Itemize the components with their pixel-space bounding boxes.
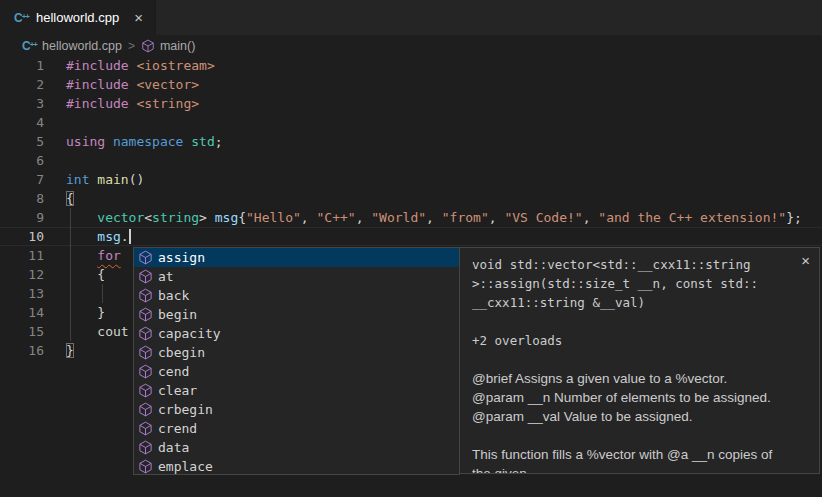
suggest-item-at[interactable]: at <box>134 267 459 286</box>
docs-description-line: @param __n Number of elements to be assi… <box>472 388 807 407</box>
suggest-item-cbegin[interactable]: cbegin <box>134 343 459 362</box>
suggest-item-cend[interactable]: cend <box>134 362 459 381</box>
line-number: 9 <box>0 208 44 227</box>
docs-description: @brief Assigns a given value to a %vecto… <box>472 369 807 474</box>
suggest-item-label: data <box>158 440 189 455</box>
line-number: 15 <box>0 322 44 341</box>
indent-guide <box>102 284 103 303</box>
docs-description-line: @param __val Value to be assigned. <box>472 407 807 426</box>
cpp-file-icon: C++ <box>22 39 37 53</box>
breadcrumb-symbol[interactable]: main() <box>141 39 195 53</box>
tab-close-icon[interactable]: × <box>134 10 143 25</box>
symbol-method-icon <box>138 250 153 265</box>
suggest-list[interactable]: assignatbackbegincapacitycbegincendclear… <box>133 247 460 475</box>
symbol-method-icon <box>138 459 153 474</box>
line-number: 7 <box>0 170 44 189</box>
code-line[interactable]: 1#include <iostream> <box>0 56 822 75</box>
code-line[interactable]: 4 <box>0 113 822 132</box>
breadcrumb-file[interactable]: C++ helloworld.cpp <box>22 39 122 53</box>
line-number: 8 <box>0 189 44 208</box>
docs-signature: void std::vector<std::__cxx11::string>::… <box>472 255 807 312</box>
suggest-item-emplace[interactable]: emplace <box>134 457 459 475</box>
symbol-method-icon <box>138 421 153 436</box>
suggest-item-label: emplace <box>158 459 213 474</box>
symbol-method-icon <box>138 402 153 417</box>
line-number: 5 <box>0 132 44 151</box>
line-number: 14 <box>0 303 44 322</box>
suggest-item-label: cend <box>158 364 189 379</box>
breadcrumb: C++ helloworld.cpp > main() <box>0 35 822 56</box>
line-number: 1 <box>0 56 44 75</box>
suggest-item-label: cbegin <box>158 345 205 360</box>
docs-signature-line: >::assign(std::size_t __n, const std:: <box>472 274 807 293</box>
docs-description-line: This function fills a %vector with @a __… <box>472 445 807 464</box>
code-line[interactable]: 8{ <box>0 189 822 208</box>
chevron-right-icon: > <box>128 39 135 53</box>
line-number: 6 <box>0 151 44 170</box>
line-number: 2 <box>0 75 44 94</box>
symbol-method-icon <box>138 269 153 284</box>
line-number: 16 <box>0 341 44 360</box>
cpp-file-icon: C++ <box>14 11 29 25</box>
suggest-item-crbegin[interactable]: crbegin <box>134 400 459 419</box>
docs-description-line: the given <box>472 464 807 474</box>
suggest-widget: assignatbackbegincapacitycbegincendclear… <box>133 247 820 475</box>
suggest-item-label: clear <box>158 383 197 398</box>
suggest-item-crend[interactable]: crend <box>134 419 459 438</box>
line-number: 12 <box>0 265 44 284</box>
line-number: 13 <box>0 284 44 303</box>
vscode-window: C++ helloworld.cpp × C++ helloworld.cpp … <box>0 0 822 497</box>
symbol-method-icon <box>138 364 153 379</box>
suggest-item-label: capacity <box>158 326 221 341</box>
symbol-method-icon <box>138 307 153 322</box>
suggest-item-label: begin <box>158 307 197 322</box>
suggest-item-clear[interactable]: clear <box>134 381 459 400</box>
symbol-method-icon <box>141 39 155 53</box>
tab-helloworld-cpp[interactable]: C++ helloworld.cpp × <box>0 0 156 35</box>
symbol-method-icon <box>138 345 153 360</box>
tab-label: helloworld.cpp <box>36 10 119 25</box>
line-number: 4 <box>0 113 44 132</box>
line-number: 10 <box>0 227 44 246</box>
suggest-item-data[interactable]: data <box>134 438 459 457</box>
tab-bar: C++ helloworld.cpp × <box>0 0 822 35</box>
code-line[interactable]: 2#include <vector> <box>0 75 822 94</box>
suggest-docs-panel: × void std::vector<std::__cxx11::string>… <box>460 247 820 474</box>
code-line[interactable]: 9 vector<string> msg{"Hello", "C++", "Wo… <box>0 208 822 227</box>
docs-close-icon[interactable]: × <box>801 253 810 268</box>
code-line[interactable]: 5using namespace std; <box>0 132 822 151</box>
indent-guide <box>70 208 71 341</box>
code-line[interactable]: 3#include <string> <box>0 94 822 113</box>
docs-overloads: +2 overloads <box>472 331 807 350</box>
symbol-method-icon <box>138 326 153 341</box>
suggest-item-back[interactable]: back <box>134 286 459 305</box>
suggest-item-capacity[interactable]: capacity <box>134 324 459 343</box>
symbol-method-icon <box>138 383 153 398</box>
suggest-item-label: back <box>158 288 189 303</box>
text-cursor <box>129 229 131 244</box>
docs-description-line: @brief Assigns a given value to a %vecto… <box>472 369 807 388</box>
symbol-method-icon <box>138 440 153 455</box>
symbol-method-icon <box>138 288 153 303</box>
docs-signature-line: __cxx11::string &__val) <box>472 293 807 312</box>
docs-description-line <box>472 426 807 445</box>
suggest-item-begin[interactable]: begin <box>134 305 459 324</box>
line-number: 11 <box>0 246 44 265</box>
suggest-item-label: crbegin <box>158 402 213 417</box>
suggest-item-assign[interactable]: assign <box>134 248 459 267</box>
code-line[interactable]: 6 <box>0 151 822 170</box>
line-number: 3 <box>0 94 44 113</box>
suggest-item-label: at <box>158 269 174 284</box>
code-line[interactable]: 10 msg. <box>0 227 822 246</box>
suggest-item-label: crend <box>158 421 197 436</box>
suggest-item-label: assign <box>158 250 205 265</box>
spacer <box>472 312 807 331</box>
docs-signature-line: void std::vector<std::__cxx11::string <box>472 255 807 274</box>
spacer <box>472 350 807 369</box>
code-line[interactable]: 7int main() <box>0 170 822 189</box>
